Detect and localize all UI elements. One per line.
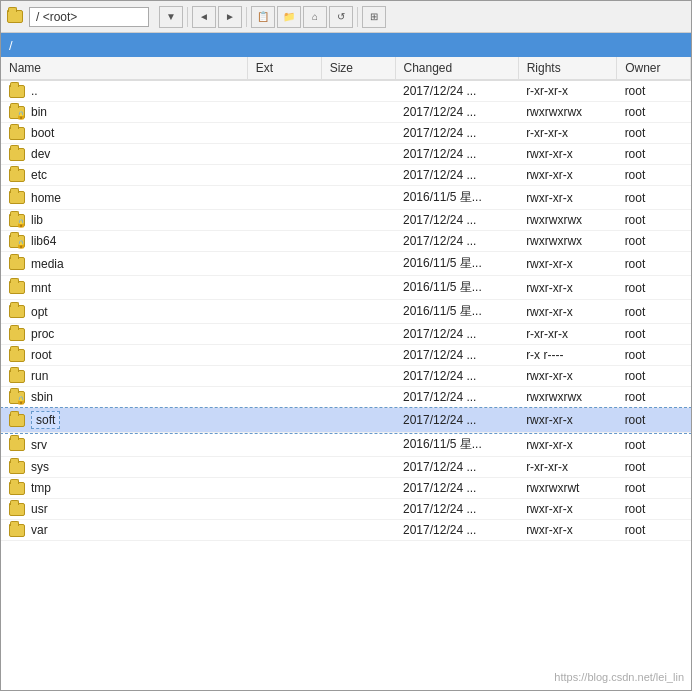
forward-btn[interactable]: ► bbox=[218, 6, 242, 28]
file-owner-cell: root bbox=[617, 433, 691, 457]
file-name-label: opt bbox=[31, 305, 48, 319]
file-changed-cell: 2017/12/24 ... bbox=[395, 123, 518, 144]
folder-icon bbox=[9, 257, 25, 270]
file-changed-cell: 2017/12/24 ... bbox=[395, 520, 518, 541]
file-ext-cell bbox=[247, 144, 321, 165]
table-row[interactable]: home2016/11/5 星...rwxr-xr-xroot bbox=[1, 186, 691, 210]
file-size-cell bbox=[321, 433, 395, 457]
file-changed-cell: 2017/12/24 ... bbox=[395, 345, 518, 366]
file-name-cell: lib bbox=[1, 210, 247, 231]
col-header-size[interactable]: Size bbox=[321, 57, 395, 80]
table-row[interactable]: run2017/12/24 ...rwxr-xr-xroot bbox=[1, 366, 691, 387]
folder-icon bbox=[9, 414, 25, 427]
path-field[interactable]: / <root> bbox=[29, 7, 149, 27]
table-row[interactable]: opt2016/11/5 星...rwxr-xr-xroot bbox=[1, 300, 691, 324]
folder-icon bbox=[9, 438, 25, 451]
file-name-label: dev bbox=[31, 147, 50, 161]
file-size-cell bbox=[321, 324, 395, 345]
folder-icon bbox=[9, 349, 25, 362]
col-header-name[interactable]: Name bbox=[1, 57, 247, 80]
folder-icon bbox=[9, 148, 25, 161]
folder-icon bbox=[9, 391, 25, 404]
file-size-cell bbox=[321, 144, 395, 165]
folder-icon bbox=[9, 85, 25, 98]
table-row[interactable]: media2016/11/5 星...rwxr-xr-xroot bbox=[1, 252, 691, 276]
file-changed-cell: 2017/12/24 ... bbox=[395, 102, 518, 123]
table-header-row: Name Ext Size Changed Rights Owner bbox=[1, 57, 691, 80]
file-name-label: var bbox=[31, 523, 48, 537]
copy-btn[interactable]: 📋 bbox=[251, 6, 275, 28]
file-name-cell: .. bbox=[1, 80, 247, 102]
file-name-cell: soft bbox=[1, 408, 247, 433]
file-ext-cell bbox=[247, 186, 321, 210]
file-name-cell: media bbox=[1, 252, 247, 276]
file-rights-cell: rwxr-xr-x bbox=[518, 499, 617, 520]
file-rights-cell: rwxrwxrwx bbox=[518, 210, 617, 231]
file-changed-cell: 2017/12/24 ... bbox=[395, 387, 518, 408]
file-rights-cell: rwxrwxrwx bbox=[518, 387, 617, 408]
file-name-cell: boot bbox=[1, 123, 247, 144]
file-size-cell bbox=[321, 408, 395, 433]
file-owner-cell: root bbox=[617, 252, 691, 276]
col-header-rights[interactable]: Rights bbox=[518, 57, 617, 80]
table-row[interactable]: usr2017/12/24 ...rwxr-xr-xroot bbox=[1, 499, 691, 520]
table-row[interactable]: var2017/12/24 ...rwxr-xr-xroot bbox=[1, 520, 691, 541]
table-row[interactable]: sbin2017/12/24 ...rwxrwxrwxroot bbox=[1, 387, 691, 408]
file-name-label: lib bbox=[31, 213, 43, 227]
file-ext-cell bbox=[247, 366, 321, 387]
col-header-owner[interactable]: Owner bbox=[617, 57, 691, 80]
folder-icon bbox=[9, 281, 25, 294]
file-manager-window: / <root> ▼ ◄ ► 📋 📁 ⌂ ↺ ⊞ / Name Ext Size bbox=[0, 0, 692, 691]
home-btn[interactable]: ⌂ bbox=[303, 6, 327, 28]
view-btn[interactable]: ⊞ bbox=[362, 6, 386, 28]
file-size-cell bbox=[321, 276, 395, 300]
table-row[interactable]: boot2017/12/24 ...r-xr-xr-xroot bbox=[1, 123, 691, 144]
file-owner-cell: root bbox=[617, 186, 691, 210]
title-bar: / <root> ▼ ◄ ► 📋 📁 ⌂ ↺ ⊞ bbox=[1, 1, 691, 33]
folder-icon bbox=[9, 169, 25, 182]
file-rights-cell: rwxr-xr-x bbox=[518, 144, 617, 165]
file-size-cell bbox=[321, 186, 395, 210]
file-name-label: boot bbox=[31, 126, 54, 140]
table-row[interactable]: proc2017/12/24 ...r-xr-xr-xroot bbox=[1, 324, 691, 345]
table-row[interactable]: tmp2017/12/24 ...rwxrwxrwtroot bbox=[1, 478, 691, 499]
dropdown-btn[interactable]: ▼ bbox=[159, 6, 183, 28]
refresh-btn[interactable]: ↺ bbox=[329, 6, 353, 28]
back-btn[interactable]: ◄ bbox=[192, 6, 216, 28]
table-row[interactable]: ..2017/12/24 ...r-xr-xr-xroot bbox=[1, 80, 691, 102]
file-ext-cell bbox=[247, 300, 321, 324]
table-row[interactable]: dev2017/12/24 ...rwxr-xr-xroot bbox=[1, 144, 691, 165]
separator-1 bbox=[187, 7, 188, 27]
file-ext-cell bbox=[247, 387, 321, 408]
table-row[interactable]: lib642017/12/24 ...rwxrwxrwxroot bbox=[1, 231, 691, 252]
folder-icon bbox=[9, 191, 25, 204]
breadcrumb-path: / bbox=[9, 38, 13, 53]
file-changed-cell: 2017/12/24 ... bbox=[395, 499, 518, 520]
table-row[interactable]: sys2017/12/24 ...r-xr-xr-xroot bbox=[1, 457, 691, 478]
new-folder-btn[interactable]: 📁 bbox=[277, 6, 301, 28]
file-name-cell: home bbox=[1, 186, 247, 210]
file-changed-cell: 2017/12/24 ... bbox=[395, 366, 518, 387]
table-row[interactable]: srv2016/11/5 星...rwxr-xr-xroot bbox=[1, 433, 691, 457]
file-owner-cell: root bbox=[617, 478, 691, 499]
table-row[interactable]: soft2017/12/24 ...rwxr-xr-xroot bbox=[1, 408, 691, 433]
table-row[interactable]: bin2017/12/24 ...rwxrwxrwxroot bbox=[1, 102, 691, 123]
folder-icon bbox=[9, 305, 25, 318]
file-ext-cell bbox=[247, 478, 321, 499]
file-ext-cell bbox=[247, 165, 321, 186]
file-owner-cell: root bbox=[617, 408, 691, 433]
table-row[interactable]: lib2017/12/24 ...rwxrwxrwxroot bbox=[1, 210, 691, 231]
col-header-changed[interactable]: Changed bbox=[395, 57, 518, 80]
file-name-cell: srv bbox=[1, 433, 247, 457]
file-name-label: home bbox=[31, 191, 61, 205]
table-row[interactable]: etc2017/12/24 ...rwxr-xr-xroot bbox=[1, 165, 691, 186]
col-header-ext[interactable]: Ext bbox=[247, 57, 321, 80]
file-name-label: lib64 bbox=[31, 234, 56, 248]
file-name-label: media bbox=[31, 257, 64, 271]
file-size-cell bbox=[321, 123, 395, 144]
file-list-container[interactable]: Name Ext Size Changed Rights Owner ..201… bbox=[1, 57, 691, 690]
file-size-cell bbox=[321, 231, 395, 252]
file-size-cell bbox=[321, 520, 395, 541]
table-row[interactable]: root2017/12/24 ...r-x r----root bbox=[1, 345, 691, 366]
table-row[interactable]: mnt2016/11/5 星...rwxr-xr-xroot bbox=[1, 276, 691, 300]
